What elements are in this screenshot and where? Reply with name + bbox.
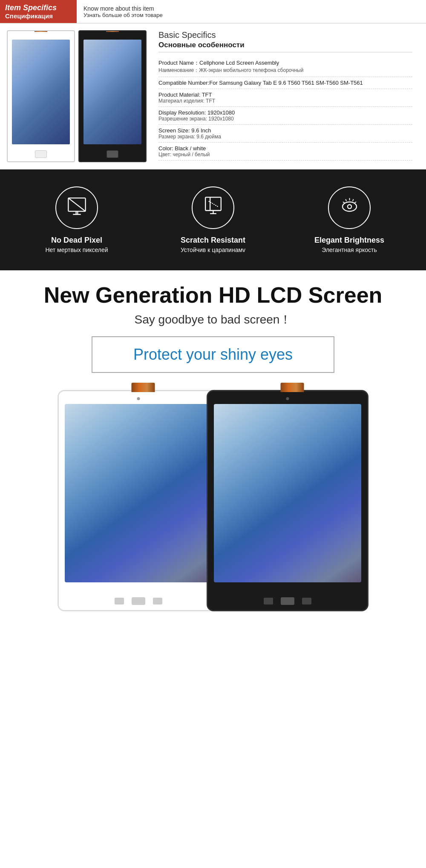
spec-en-4: Screen Size: 9.6 Inch — [158, 127, 412, 134]
tablet-black — [78, 30, 147, 162]
specs-area: Basic Specifics Основные особенности Pro… — [152, 30, 419, 162]
svg-rect-5 — [205, 197, 221, 210]
feature-no-dead-pixel: No Dead Pixel Нет мертвых пикселей — [30, 186, 124, 253]
header-section: Item Specifics Спецификация Know more ab… — [0, 0, 426, 23]
no-dead-pixel-icon — [65, 194, 89, 221]
connector-white — [35, 30, 47, 32]
spec-row-1: Compatible Number:For Samsung Galaxy Tab… — [158, 77, 412, 89]
spec-en-1: Compatible Number:For Samsung Galaxy Tab… — [158, 80, 412, 86]
scratch-resistant-icon — [201, 194, 225, 221]
home-btn-white — [35, 150, 47, 158]
header-title-en: Item Specifics — [5, 3, 72, 12]
specs-title-ru: Основные особенности — [158, 41, 412, 52]
elegant-brightness-icon — [338, 194, 361, 221]
nav-home-black — [281, 597, 294, 605]
nav-bar-white — [115, 597, 162, 605]
spec-en-2: Product Material: TFT — [158, 92, 412, 98]
svg-line-1 — [68, 198, 85, 211]
connector-top-white — [132, 383, 155, 392]
camera-black — [286, 397, 289, 400]
spec-rows-container: Product Name：Cellphone Lcd Screen Assemb… — [158, 57, 412, 160]
features-section: No Dead Pixel Нет мертвых пикселей Scrat… — [0, 169, 426, 270]
nav-recent-white — [153, 598, 162, 604]
feature-elegant-brightness: Elegant Brightness Элегантная яркость — [302, 186, 396, 253]
tablets-bottom-section — [0, 386, 426, 624]
no-dead-pixel-title-ru: Нет мертвых пикселей — [45, 246, 108, 253]
specs-title-en: Basic Specifics — [158, 30, 412, 40]
camera-white — [137, 397, 140, 400]
header-title-ru: Спецификация — [5, 12, 72, 20]
tablet-black-large-wrapper — [219, 390, 368, 611]
nav-back-white — [115, 598, 124, 604]
elegant-brightness-title-en: Elegant Brightness — [314, 236, 384, 245]
svg-point-10 — [347, 205, 351, 209]
tablet-black-large — [207, 390, 368, 611]
nav-back-black — [264, 598, 273, 604]
spec-ru-2: Материал изделия: TFT — [158, 98, 412, 104]
scratch-resistant-icon-circle — [192, 186, 234, 229]
nav-bar-black — [264, 597, 311, 605]
spec-row-0: Product Name：Cellphone Lcd Screen Assemb… — [158, 57, 412, 77]
tablet-white — [7, 30, 75, 162]
tablet-white-large — [58, 390, 219, 611]
nav-home-white — [132, 597, 145, 605]
spec-ru-4: Размер экрана: 9.6 дюйма — [158, 134, 412, 140]
svg-line-15 — [354, 202, 356, 203]
nav-recent-black — [302, 598, 311, 604]
product-images — [7, 30, 152, 162]
connector-top-black — [281, 383, 304, 392]
scratch-resistant-title-en: Scratch Resistant — [181, 236, 245, 245]
no-dead-pixel-icon-circle — [55, 186, 98, 229]
spec-row-2: Product Material: TFTМатериал изделия: T… — [158, 89, 412, 107]
spec-en-5: Color: Black / white — [158, 145, 412, 152]
home-btn-black — [106, 150, 118, 158]
product-section: Basic Specifics Основные особенности Pro… — [0, 23, 426, 169]
scratch-resistant-title-ru: Устойчив к царапинамv — [181, 246, 245, 253]
svg-line-12 — [345, 199, 346, 201]
elegant-brightness-title-ru: Элегантная яркость — [322, 246, 377, 253]
newgen-section: New Generation HD LCD Screen Say goodbye… — [0, 270, 426, 386]
screen-large-black — [214, 404, 361, 582]
spec-en-3: Display Resolution: 1920x1080 — [158, 109, 412, 116]
elegant-brightness-icon-circle — [328, 186, 371, 229]
svg-line-14 — [352, 199, 353, 201]
header-left-block: Item Specifics Спецификация — [0, 0, 77, 23]
spec-row-3: Display Resolution: 1920x1080Разрешение … — [158, 107, 412, 125]
spec-ru-3: Разрешение экрана: 1920x1080 — [158, 116, 412, 122]
tablet-white-large-wrapper — [58, 390, 219, 611]
svg-line-13 — [343, 202, 345, 203]
no-dead-pixel-title-en: No Dead Pixel — [51, 236, 102, 245]
header-know-en: Know more about this item — [83, 5, 163, 12]
header-know-ru: Узнать больше об этом товаре — [83, 12, 163, 18]
spec-row-4: Screen Size: 9.6 InchРазмер экрана: 9.6 … — [158, 125, 412, 143]
connector-black — [106, 30, 119, 32]
spec-row-5: Color: Black / whiteЦвет: черный / белый — [158, 143, 412, 160]
newgen-title: New Generation HD LCD Screen — [9, 283, 417, 307]
screen-large-white — [65, 404, 212, 582]
protect-box: Protect your shiny eyes — [92, 336, 334, 373]
protect-text: Protect your shiny eyes — [133, 346, 293, 363]
spec-en-0: Product Name：Cellphone Lcd Screen Assemb… — [158, 59, 412, 67]
newgen-subtitle: Say goodbye to bad screen！ — [9, 312, 417, 328]
spec-ru-0: Наименование：ЖК-экран мобильного телефон… — [158, 67, 412, 74]
screen-white — [12, 40, 70, 144]
header-right-block: Know more about this item Узнать больше … — [77, 0, 170, 23]
feature-scratch-resistant: Scratch Resistant Устойчив к царапинамv — [166, 186, 260, 253]
spec-ru-5: Цвет: черный / белый — [158, 152, 412, 158]
screen-black — [83, 40, 141, 144]
